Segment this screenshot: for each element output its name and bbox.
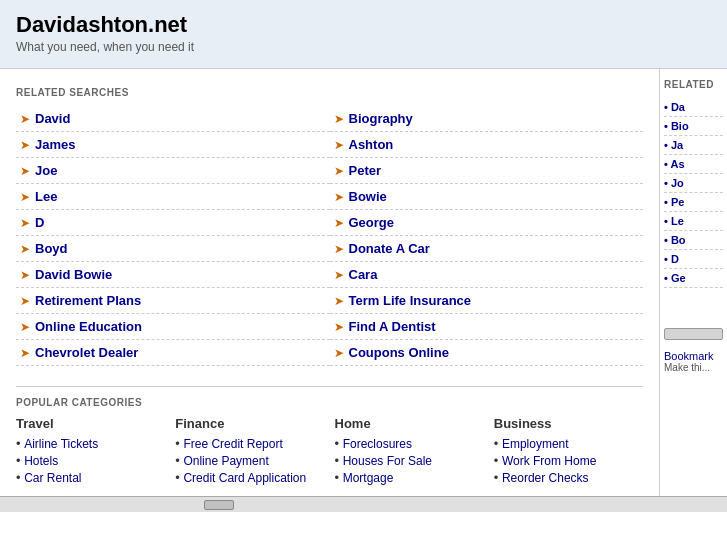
popular-categories-label: POPULAR CATEGORIES xyxy=(16,397,643,408)
search-link[interactable]: Biography xyxy=(349,111,413,126)
list-item: ➤ Biography xyxy=(330,106,644,132)
category-finance-list: Free Credit Report Online Payment Credit… xyxy=(175,435,324,486)
left-search-column: ➤ David ➤ James ➤ Joe ➤ Lee ➤ D xyxy=(16,106,330,366)
search-link[interactable]: Boyd xyxy=(35,241,68,256)
right-link[interactable]: • Jo xyxy=(664,174,723,193)
business-wfh-link[interactable]: Work From Home xyxy=(502,454,596,468)
right-link[interactable]: • Le xyxy=(664,212,723,231)
list-item: Free Credit Report xyxy=(175,435,324,452)
list-item: ➤ Ashton xyxy=(330,132,644,158)
popular-categories-section: POPULAR CATEGORIES Travel Airline Ticket… xyxy=(16,397,643,486)
arrow-icon: ➤ xyxy=(20,216,30,230)
arrow-icon: ➤ xyxy=(20,242,30,256)
search-link[interactable]: Donate A Car xyxy=(349,241,430,256)
arrow-icon: ➤ xyxy=(20,112,30,126)
search-link[interactable]: Retirement Plans xyxy=(35,293,141,308)
search-link[interactable]: George xyxy=(349,215,395,230)
list-item: ➤ Coupons Online xyxy=(330,340,644,366)
site-title: Davidashton.net xyxy=(16,12,711,38)
right-link[interactable]: • Da xyxy=(664,98,723,117)
category-finance-title: Finance xyxy=(175,416,324,431)
finance-payment-link[interactable]: Online Payment xyxy=(183,454,268,468)
right-link[interactable]: • D xyxy=(664,250,723,269)
category-business-title: Business xyxy=(494,416,643,431)
search-link[interactable]: Lee xyxy=(35,189,57,204)
arrow-icon: ➤ xyxy=(20,138,30,152)
categories-grid: Travel Airline Tickets Hotels Car Rental… xyxy=(16,416,643,486)
bookmark-label[interactable]: Bookmark xyxy=(664,350,723,362)
list-item: ➤ Cara xyxy=(330,262,644,288)
arrow-icon: ➤ xyxy=(334,268,344,282)
list-item: Employment xyxy=(494,435,643,452)
home-houses-link[interactable]: Houses For Sale xyxy=(343,454,432,468)
list-item: Online Payment xyxy=(175,452,324,469)
list-item: ➤ James xyxy=(16,132,330,158)
search-link[interactable]: Ashton xyxy=(349,137,394,152)
category-business-list: Employment Work From Home Reorder Checks xyxy=(494,435,643,486)
search-link[interactable]: Joe xyxy=(35,163,57,178)
right-link[interactable]: • Pe xyxy=(664,193,723,212)
list-item: ➤ Online Education xyxy=(16,314,330,340)
category-business: Business Employment Work From Home Reord… xyxy=(494,416,643,486)
category-travel-list: Airline Tickets Hotels Car Rental xyxy=(16,435,165,486)
right-panel-label: RELATED xyxy=(664,79,723,90)
finance-credit-link[interactable]: Free Credit Report xyxy=(183,437,282,451)
search-link[interactable]: Peter xyxy=(349,163,382,178)
arrow-icon: ➤ xyxy=(334,320,344,334)
search-link[interactable]: Cara xyxy=(349,267,378,282)
right-link[interactable]: • Bio xyxy=(664,117,723,136)
bookmark-section: Bookmark Make thi... xyxy=(664,350,723,373)
arrow-icon: ➤ xyxy=(20,268,30,282)
search-link[interactable]: James xyxy=(35,137,75,152)
scroll-thumb[interactable] xyxy=(204,500,234,510)
list-item: ➤ George xyxy=(330,210,644,236)
list-item: ➤ David xyxy=(16,106,330,132)
category-home-title: Home xyxy=(335,416,484,431)
list-item: Car Rental xyxy=(16,469,165,486)
category-home-list: Foreclosures Houses For Sale Mortgage xyxy=(335,435,484,486)
arrow-icon: ➤ xyxy=(20,346,30,360)
arrow-icon: ➤ xyxy=(20,190,30,204)
arrow-icon: ➤ xyxy=(334,190,344,204)
right-link[interactable]: • Ja xyxy=(664,136,723,155)
business-reorder-link[interactable]: Reorder Checks xyxy=(502,471,589,485)
search-link[interactable]: Bowie xyxy=(349,189,387,204)
list-item: Mortgage xyxy=(335,469,484,486)
list-item: Airline Tickets xyxy=(16,435,165,452)
travel-car-rental-link[interactable]: Car Rental xyxy=(24,471,81,485)
travel-airline-link[interactable]: Airline Tickets xyxy=(24,437,98,451)
home-mortgage-link[interactable]: Mortgage xyxy=(343,471,394,485)
category-travel-title: Travel xyxy=(16,416,165,431)
finance-cc-link[interactable]: Credit Card Application xyxy=(183,471,306,485)
search-link[interactable]: David Bowie xyxy=(35,267,112,282)
right-search-column: ➤ Biography ➤ Ashton ➤ Peter ➤ Bowie ➤ xyxy=(330,106,644,366)
right-link[interactable]: • As xyxy=(664,155,723,174)
related-searches-label: RELATED SEARCHES xyxy=(16,87,643,98)
search-link[interactable]: David xyxy=(35,111,70,126)
bookmark-sublabel: Make thi... xyxy=(664,362,723,373)
search-link-online-education[interactable]: Online Education xyxy=(35,319,142,334)
search-link-coupons-online[interactable]: Coupons Online xyxy=(349,345,449,360)
right-link[interactable]: • Bo xyxy=(664,231,723,250)
search-link[interactable]: D xyxy=(35,215,44,230)
arrow-icon: ➤ xyxy=(20,164,30,178)
site-subtitle: What you need, when you need it xyxy=(16,40,711,54)
list-item: ➤ Bowie xyxy=(330,184,644,210)
arrow-icon: ➤ xyxy=(334,112,344,126)
scrollbar-thumb[interactable] xyxy=(664,328,723,340)
list-item: Work From Home xyxy=(494,452,643,469)
bottom-scrollbar[interactable] xyxy=(0,496,727,512)
list-item: ➤ Find A Dentist xyxy=(330,314,644,340)
search-link[interactable]: Find A Dentist xyxy=(349,319,436,334)
travel-hotels-link[interactable]: Hotels xyxy=(24,454,58,468)
business-employment-link[interactable]: Employment xyxy=(502,437,569,451)
search-link[interactable]: Chevrolet Dealer xyxy=(35,345,138,360)
category-finance: Finance Free Credit Report Online Paymen… xyxy=(175,416,324,486)
list-item: Houses For Sale xyxy=(335,452,484,469)
home-foreclosures-link[interactable]: Foreclosures xyxy=(343,437,412,451)
list-item: Credit Card Application xyxy=(175,469,324,486)
right-link[interactable]: • Ge xyxy=(664,269,723,288)
related-searches-grid: ➤ David ➤ James ➤ Joe ➤ Lee ➤ D xyxy=(16,106,643,366)
list-item: Foreclosures xyxy=(335,435,484,452)
search-link-term-life-insurance[interactable]: Term Life Insurance xyxy=(349,293,472,308)
